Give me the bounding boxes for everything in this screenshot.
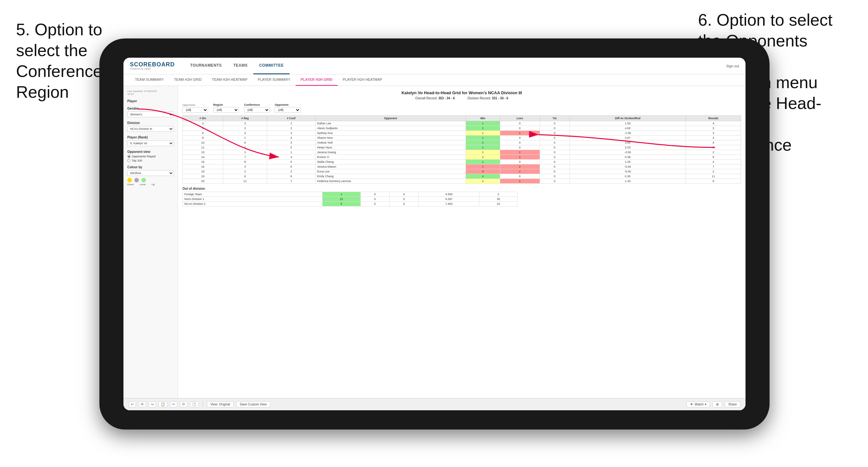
cell-reg: 1 [223,150,267,155]
colour-level [134,178,139,182]
division-select[interactable]: NCAA Division III [127,126,174,132]
cell-rounds: 4 [686,141,741,145]
filter-region-select[interactable]: (All) [213,107,239,113]
cell-conf: 2 [267,126,315,131]
cell-reg: 7 [223,155,267,160]
table-row: 16 3 6 Jessica Mason 1 2 0 -0.94 7 [183,164,741,169]
ood-win: 5 [322,201,361,207]
time-btn[interactable]: 🕐 [190,401,199,407]
cell-win: 1 [466,150,500,155]
table-row: 18 2 2 Euna Lee 0 2 0 -5.00 2 [183,169,741,174]
cell-loss: 0 [500,174,540,179]
view-original-btn[interactable]: View: Original [207,401,234,407]
copy-btn[interactable]: 📋 [158,401,167,407]
sub-nav-team-summary[interactable]: TEAM SUMMARY [130,74,169,86]
cell-rounds: 4 [686,160,741,164]
colour-by-select[interactable]: Win/loss [127,170,174,176]
cell-opponent: Euna Lee [315,169,466,174]
gender-select[interactable]: Women's [127,112,174,117]
cell-rounds: 4 [686,121,741,126]
cell-loss: 0 [500,126,540,131]
refresh-btn[interactable]: ⟳ [138,401,146,407]
cell-tie: 0 [540,150,569,155]
radio-opponents-played[interactable]: Opponents Played [127,155,174,158]
table-row: 10 6 3 Andrea York 2 0 0 4.00 4 [183,141,741,145]
ood-tie: 0 [390,201,419,207]
cell-win: 0 [466,169,500,174]
cell-reg: 11 [223,179,267,184]
reset-btn[interactable]: ⟳ [180,401,187,407]
ood-rounds: 2 [479,192,518,197]
watch-btn[interactable]: 👁 Watch ▾ [686,401,710,407]
cell-opponent: Esther Lee [315,121,466,126]
cell-tie: 0 [540,179,569,184]
cell-diff: 3.33 [569,145,686,150]
cell-diff: 4.00 [569,126,686,131]
cell-tie: 0 [540,155,569,160]
cut-btn[interactable]: ✂ [170,401,177,407]
main-content: Last Updated: 27/03/2024 16:44 Player Ge… [123,86,745,410]
layout-btn[interactable]: ⊞ [712,401,722,407]
sub-nav-player-summary[interactable]: PLAYER SUMMARY [253,74,296,86]
cell-div: 5 [183,126,223,131]
sub-nav-team-h2h-grid[interactable]: TEAM H2H GRID [169,74,207,86]
player-section: Player [127,99,174,103]
ood-win: 15 [322,197,361,201]
cell-diff: 4.00 [569,141,686,145]
cell-loss: 1 [500,150,540,155]
cell-conf: 5 [267,160,315,164]
sign-out-link[interactable]: Sign out [726,64,739,68]
filter-opponents-select[interactable]: (All) [182,107,208,113]
th-win: Win [466,116,500,121]
cell-diff: -3.00 [569,150,686,155]
table-row: 13 1 1 Jessica Huang 1 1 0 -3.00 2 [183,150,741,155]
filter-conference-select[interactable]: (All) [244,107,270,113]
cell-reg: 3 [223,131,267,135]
logo-sub: Powered by clippd [130,67,175,70]
table-row: 19 6 6 Emily Chang 4 0 0 0.30 11 [183,174,741,179]
sub-nav-player-h2h-grid[interactable]: PLAYER H2H GRID [296,74,338,86]
share-btn[interactable]: Share [725,401,740,407]
cell-tie: 0 [540,126,569,131]
redo-btn[interactable]: ↪ [149,401,156,407]
cell-rounds: 2 [686,169,741,174]
ood-table-row: Foreign Team 1 0 0 4.500 2 [183,192,518,197]
player-rank-label: Player (Rank) [127,135,174,139]
cell-win: 1 [466,121,500,126]
radio-dot-top100 [127,159,130,162]
ood-diff: 7.400 [418,201,479,207]
cell-loss: 2 [500,155,540,160]
app-header: SCOREBOARD Powered by clippd TOURNAMENTS… [123,58,745,74]
cell-win: 2 [466,179,500,184]
th-opponent: Opponent [315,116,466,121]
cell-div: 15 [183,160,223,164]
save-custom-btn[interactable]: Save Custom View [236,401,270,407]
colour-circles [127,178,174,182]
th-conf: # Conf [267,116,315,121]
filter-opponent-select[interactable]: (All) [275,107,301,113]
table-row: 11 2 5 Heejo Hyun 1 0 0 3.33 3 [183,145,741,150]
overall-record-value: 353 - 34 - 6 [438,96,455,100]
nav-tournaments[interactable]: TOURNAMENTS [184,58,228,74]
cell-conf: 6 [267,164,315,169]
filter-row: Opponents: (All) Region (All) Conference [182,103,741,113]
out-of-division-title: Out of division [182,187,741,190]
data-area: Katelyn Vo Head-to-Head Grid for Women's… [178,86,745,410]
radio-top100[interactable]: Top 100 [127,159,174,162]
sub-nav-player-h2h-heatmap[interactable]: PLAYER H2H HEATMAP [338,74,388,86]
cell-win: 1 [466,126,500,131]
nav-teams[interactable]: TEAMS [228,58,254,74]
nav-committee[interactable]: COMMITTEE [253,58,289,74]
cell-opponent: Stella Cheng [315,160,466,164]
division-record-label: Division Record: 331 - 34 - 6 [467,96,508,100]
cell-loss: 0 [500,141,540,145]
cell-loss: 2 [500,169,540,174]
ood-loss: 0 [361,201,390,207]
cell-div: 19 [183,174,223,179]
ood-rounds: 30 [479,197,518,201]
undo-btn[interactable]: ↩ [129,401,136,407]
cell-opponent: Sydney Kuo [315,131,466,135]
sub-nav-team-h2h-heatmap[interactable]: TEAM H2H HEATMAP [207,74,253,86]
cell-rounds: 3 [686,145,741,150]
player-rank-select[interactable]: 8. Katelyn Vo [127,141,174,146]
